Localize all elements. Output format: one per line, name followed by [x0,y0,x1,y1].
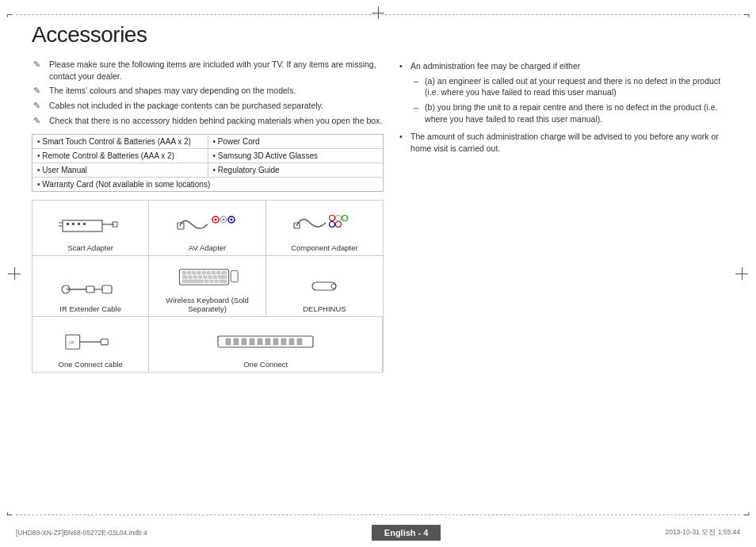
svg-rect-60 [250,339,254,345]
svg-rect-46 [209,280,212,283]
svg-rect-30 [197,272,200,275]
corner-mark-tr: ⌐ [743,8,750,21]
device-one-connect: One Connect [149,317,383,373]
svg-point-13 [222,219,224,221]
svg-point-18 [342,216,348,221]
svg-rect-42 [213,276,216,279]
right-bullet-list: An administration fee may be charged if … [399,60,724,155]
bullet-item-1: An administration fee may be charged if … [399,60,724,124]
scart-adapter-icon [59,208,122,240]
svg-rect-50 [312,282,336,290]
svg-rect-64 [281,339,286,345]
one-connect-label: One Connect [243,360,288,369]
acc-cell: Warranty Card (Not available in some loc… [32,178,383,191]
svg-point-12 [214,219,216,221]
svg-rect-47 [214,280,217,283]
svg-rect-23 [86,286,94,293]
corner-mark-tl: ⌐ [6,8,13,21]
acc-row: Smart Touch Control & Batteries (AAA x 2… [32,135,383,149]
svg-rect-8 [83,223,86,225]
svg-rect-62 [265,339,270,345]
device-scart-adapter: Scart Adapter [32,201,149,256]
notes-list: Please make sure the following items are… [32,59,384,126]
svg-rect-6 [72,223,74,225]
svg-rect-49 [231,271,238,282]
svg-point-51 [331,284,336,289]
svg-rect-61 [258,339,262,345]
two-column-layout: Please make sure the following items are… [32,59,724,507]
sub-item-1b: (b) you bring the unit to a repair centr… [414,101,724,124]
svg-rect-36 [182,276,187,279]
sub-item-1a: (a) an engineer is called out at your re… [414,75,724,98]
sub-list-1: (a) an engineer is called out at your re… [414,75,724,125]
svg-rect-63 [273,339,278,345]
svg-rect-29 [192,272,195,275]
device-av-adapter: AV Adapter [149,201,265,256]
av-adapter-label: AV Adapter [189,243,226,252]
ir-extender-icon [59,270,122,301]
note-item: Please make sure the following items are… [32,59,384,82]
svg-rect-32 [207,272,210,275]
acc-cell: Regulatory Guide [208,163,384,177]
ir-extender-label: IR Extender Cable [59,304,121,313]
svg-point-20 [336,222,342,228]
svg-rect-34 [216,272,220,275]
svg-rect-5 [67,223,69,225]
crosshair-right [735,267,748,280]
svg-rect-25 [102,285,112,293]
device-delphinus: DELPHINUS [266,256,383,317]
device-component-adapter: Component Adapter [266,201,383,256]
svg-rect-44 [182,280,204,283]
keyboard-label: Wireless Keyboard (Sold Separately) [152,296,262,313]
svg-rect-28 [187,272,190,275]
svg-point-19 [330,222,335,228]
crosshair-left [8,267,21,280]
footer-page-label: English - 4 [372,525,441,541]
devices-grid: Scart Adapter [32,200,384,373]
page-title: Accessories [32,22,724,48]
svg-rect-35 [221,272,226,275]
note-item: The items' colours and shapes may vary d… [32,85,384,97]
one-connect-icon [210,325,321,357]
component-adapter-label: Component Adapter [291,243,358,252]
delphinus-icon [292,270,356,301]
svg-rect-37 [189,276,192,279]
bottom-border [16,514,740,515]
svg-rect-41 [208,276,211,279]
right-column: An administration fee may be charged if … [399,59,724,507]
svg-rect-55 [101,339,109,345]
svg-rect-57 [226,339,231,345]
av-adapter-icon [176,208,239,240]
footer: [UHD89-XN-ZF]BN68-05272E-03L04.indb 4 En… [0,525,756,541]
svg-rect-48 [220,280,227,283]
svg-rect-27 [182,272,185,275]
one-connect-cable-label: One Connect cable [59,360,123,369]
svg-rect-40 [203,276,206,279]
acc-cell: Remote Control & Batteries (AAA x 2) [32,149,208,163]
svg-rect-38 [193,276,197,279]
svg-rect-33 [212,272,215,275]
device-keyboard: Wireless Keyboard (Sold Separately) [149,256,265,317]
bullet-item-2: The amount of such administration charge… [399,131,724,154]
acc-row: Warranty Card (Not available in some loc… [32,178,383,191]
device-ir-cable: IR Extender Cable [32,256,149,317]
svg-rect-65 [289,339,294,345]
device-one-connect-cable: ├ R One Connect cable [32,317,149,373]
note-item: Cables not included in the package conte… [32,100,384,112]
acc-row: User Manual Regulatory Guide [32,163,383,178]
keyboard-icon [176,261,239,293]
svg-text:├ R: ├ R [68,340,74,346]
scart-adapter-label: Scart Adapter [67,243,113,252]
svg-rect-0 [63,220,102,231]
left-column: Please make sure the following items are… [32,59,384,507]
component-adapter-icon [292,208,356,240]
svg-point-14 [230,219,232,221]
acc-cell: Power Cord [208,135,384,148]
acc-row: Remote Control & Batteries (AAA x 2) Sam… [32,149,383,163]
svg-rect-7 [78,223,80,225]
corner-mark-bl: ⌐ [6,509,13,522]
crosshair-top [372,6,384,19]
svg-rect-66 [297,339,302,345]
acc-cell: User Manual [32,163,208,177]
svg-rect-59 [242,339,246,345]
